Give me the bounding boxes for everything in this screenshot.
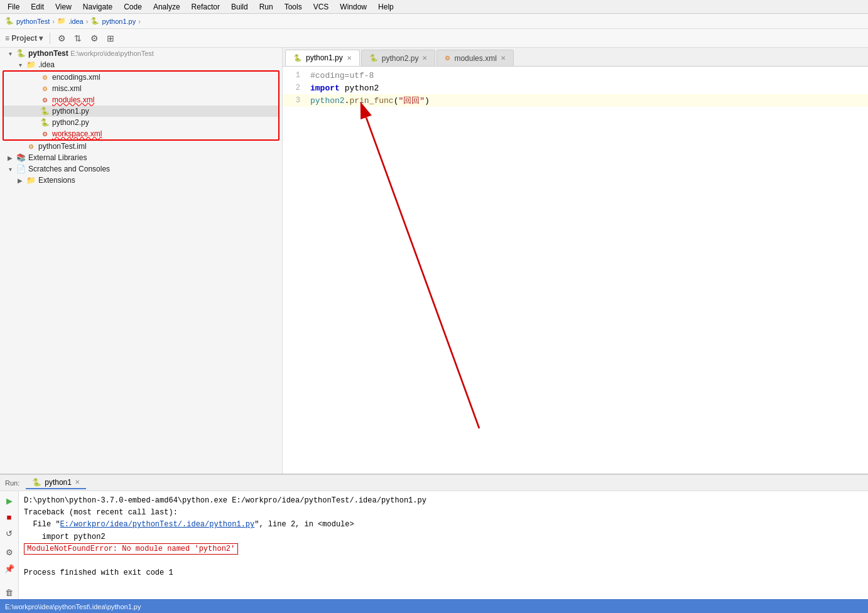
tree-misc[interactable]: ▶ ⚙ misc.xml (4, 83, 278, 94)
tree-python1-label: python1.py (52, 107, 89, 116)
tree-extensions-label: Extensions (38, 176, 75, 185)
tree-idea-folder[interactable]: ▾ 📁 .idea (0, 59, 282, 70)
tree-scratches-label: Scratches and Consoles (28, 165, 110, 173)
breadcrumb-file[interactable]: python1.py (102, 18, 136, 25)
run-stop-btn[interactable]: ■ (3, 510, 16, 524)
xml-icon: ⚙ (39, 74, 50, 81)
arrow-overlay (283, 67, 868, 474)
project-label[interactable]: ≡ Project ▾ (5, 34, 43, 43)
editor-area: 🐍 python1.py ✕ 🐍 python2.py ✕ ⚙ modules.… (283, 48, 868, 474)
tree-python2[interactable]: ▶ 🐍 python2.py (4, 117, 278, 128)
tree-iml[interactable]: ▶ ⚙ pythonTest.iml (0, 141, 282, 152)
line-num-3: 3 (283, 96, 308, 105)
run-line-traceback: Traceback (most recent call last): (24, 507, 863, 519)
run-tab-close[interactable]: ✕ (75, 479, 80, 486)
tab-python2-label: python2.py (382, 54, 419, 63)
run-output: D:\python\python-3.7.0-embed-amd64\pytho… (19, 491, 868, 599)
tree-misc-label: misc.xml (52, 84, 82, 93)
run-line-fileref: File "E:/workpro/idea/pythonTest/.idea/p… (24, 519, 863, 531)
toolbar-expand-btn[interactable]: ⊞ (104, 31, 117, 45)
run-line-error: ModuleNotFoundError: No module named 'py… (24, 543, 863, 555)
xml-misc-icon: ⚙ (39, 85, 50, 92)
run-panel-body: ▶ ■ ↺ ⚙ 📌 🗑 D:\python\python-3.7.0-embed… (0, 491, 868, 599)
project-icon: 🐍 (15, 49, 26, 58)
run-panel: Run: 🐍 python1 ✕ ▶ ■ ↺ ⚙ 📌 🗑 D:\python\p… (0, 474, 868, 599)
run-play-btn[interactable]: ▶ (3, 494, 16, 507)
breadcrumb-folder-icon: 📁 (57, 17, 66, 25)
menu-view[interactable]: View (50, 1, 77, 13)
toolbar-settings-btn[interactable]: ⚙ (55, 31, 68, 45)
code-content-3: python2.prin_func("回回") (308, 95, 868, 106)
tree-encodings[interactable]: ▶ ⚙ encodings.xml (4, 72, 278, 83)
code-line-3: 3 python2.prin_func("回回") (283, 94, 868, 107)
breadcrumb: 🐍 pythonTest › 📁 .idea › 🐍 python1.py › (0, 14, 868, 29)
run-pin-btn[interactable]: 📌 (3, 561, 16, 575)
menu-navigate[interactable]: Navigate (78, 1, 117, 13)
extensions-folder-icon: 📁 (25, 176, 36, 185)
menu-code[interactable]: Code (119, 1, 147, 13)
menu-bar: File Edit View Navigate Code Analyze Ref… (0, 0, 868, 14)
tab-python2-close[interactable]: ✕ (422, 55, 427, 62)
breadcrumb-sep2: › (86, 18, 89, 25)
menu-refactor[interactable]: Refactor (187, 1, 225, 13)
toolbar-cog-btn[interactable]: ⚙ (87, 31, 101, 45)
breadcrumb-project[interactable]: pythonTest (16, 18, 50, 25)
tree-idea-toggle[interactable]: ▾ (15, 62, 25, 68)
menu-tools[interactable]: Tools (279, 1, 307, 13)
run-tab-python1[interactable]: 🐍 python1 ✕ (26, 477, 86, 489)
menu-build[interactable]: Build (226, 1, 253, 13)
run-clear-btn[interactable]: 🗑 (3, 585, 16, 599)
run-rerun-btn[interactable]: ↺ (3, 526, 16, 540)
tab-python2[interactable]: 🐍 python2.py ✕ (361, 50, 436, 66)
str-arg: "回回" (398, 96, 425, 106)
comment-1: #coding=utf-8 (310, 71, 374, 80)
run-file-link[interactable]: E:/workpro/idea/pythonTest/.idea/python1… (60, 520, 255, 529)
tree-python1[interactable]: ▶ 🐍 python1.py (4, 106, 278, 117)
run-line-path: D:\python\python-3.7.0-embed-amd64\pytho… (24, 495, 863, 507)
code-editor[interactable]: 1 #coding=utf-8 2 import python2 3 pytho… (283, 67, 868, 474)
tree-workspace[interactable]: ▶ ⚙ workspace.xml (4, 128, 278, 139)
tree-root-toggle[interactable]: ▾ (5, 50, 15, 57)
tab-py1-icon: 🐍 (293, 54, 302, 62)
toolbar-sort-btn[interactable]: ⇅ (71, 31, 85, 45)
code-content-2: import python2 (308, 84, 868, 93)
tab-python1-close[interactable]: ✕ (347, 55, 352, 62)
menu-vcs[interactable]: VCS (308, 1, 334, 13)
run-icon: 🐍 (32, 478, 41, 487)
menu-edit[interactable]: Edit (26, 1, 49, 13)
tree-scratches-toggle[interactable]: ▾ (5, 166, 15, 173)
run-panel-tabs: Run: 🐍 python1 ✕ (0, 475, 868, 491)
tree-root[interactable]: ▾ 🐍 pythonTest E:\workpro\idea\pythonTes… (0, 48, 282, 59)
tree-ext-libs-toggle[interactable]: ▶ (5, 155, 15, 161)
tree-scratches[interactable]: ▾ 📄 Scratches and Consoles (0, 163, 282, 175)
module-ref: python2 (310, 96, 345, 106)
ext-libs-icon: 📚 (15, 153, 26, 162)
tab-modules-close[interactable]: ✕ (501, 55, 506, 62)
py-python1-icon: 🐍 (39, 107, 50, 116)
py-python2-icon: 🐍 (39, 118, 50, 127)
tree-extensions-toggle[interactable]: ▶ (15, 177, 25, 184)
toolbar-sep-1 (50, 33, 50, 44)
breadcrumb-file-icon: 🐍 (90, 17, 99, 25)
tab-modules[interactable]: ⚙ modules.xml ✕ (437, 50, 513, 66)
menu-run[interactable]: Run (254, 1, 278, 13)
run-sidebar: ▶ ■ ↺ ⚙ 📌 🗑 (0, 491, 19, 599)
menu-file[interactable]: File (3, 1, 24, 13)
tree-extensions[interactable]: ▶ 📁 Extensions (0, 175, 282, 186)
menu-help[interactable]: Help (373, 1, 399, 13)
scratches-icon: 📄 (15, 165, 26, 173)
run-line-code: import python2 (24, 531, 863, 543)
breadcrumb-idea[interactable]: .idea (68, 18, 84, 25)
tab-python1[interactable]: 🐍 python1.py ✕ (285, 50, 360, 66)
menu-window[interactable]: Window (335, 1, 372, 13)
tab-py2-icon: 🐍 (369, 54, 378, 62)
run-line-blank (24, 555, 863, 567)
run-line-finished: Process finished with exit code 1 (24, 567, 863, 579)
menu-analyze[interactable]: Analyze (148, 1, 185, 13)
run-settings-btn[interactable]: ⚙ (3, 545, 16, 559)
tree-ext-libs[interactable]: ▶ 📚 External Libraries (0, 152, 282, 163)
tree-modules[interactable]: ▶ ⚙ modules.xml (4, 94, 278, 106)
code-line-1: 1 #coding=utf-8 (283, 69, 868, 82)
tab-modules-label: modules.xml (454, 54, 496, 63)
breadcrumb-icon: 🐍 (5, 17, 14, 25)
